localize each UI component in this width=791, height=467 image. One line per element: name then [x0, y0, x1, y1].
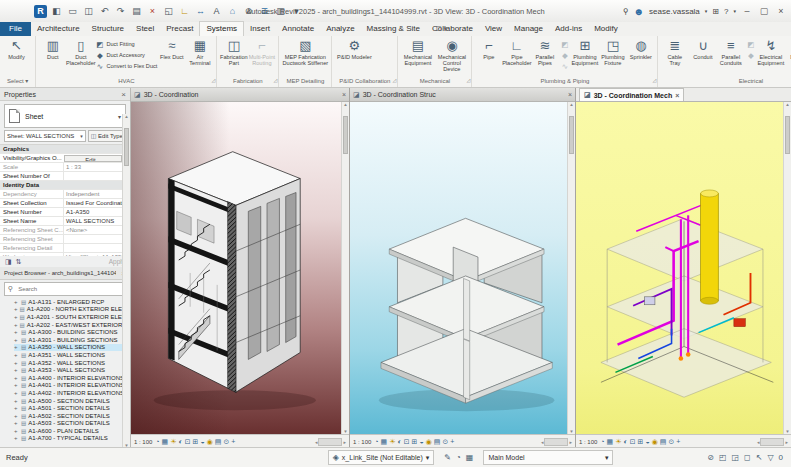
tool-mechanical-control-device[interactable]: ◉ Mechanical Control Device — [435, 38, 468, 72]
expand-icon[interactable]: + — [14, 344, 19, 350]
view-tab-coordination[interactable]: ◪ 3D - Coordination × — [131, 88, 349, 102]
tool-pipe-fitting[interactable]: ◩ — [559, 39, 570, 49]
tool-duct-fitting[interactable]: ◩ Duct Fitting — [95, 39, 157, 49]
close-button[interactable]: × — [775, 6, 787, 16]
sheet-tree-item[interactable]: + ▤ A1-A500 - SECTION DETAILS — [14, 397, 130, 405]
property-row[interactable]: Sheet Name WALL SECTIONS — [0, 217, 130, 226]
worksets-dialog-icon[interactable]: ◔ — [456, 453, 461, 462]
open-icon[interactable]: ▭ — [66, 5, 79, 18]
property-row[interactable]: Graphics — [0, 145, 130, 154]
tool-modify[interactable]: ↖ Modify — [3, 38, 30, 60]
expand-icon[interactable]: + — [14, 299, 19, 305]
view-tab-coordination-struc[interactable]: ◪ 3D - Coordination Struc × — [350, 88, 575, 102]
user-menu[interactable]: sease.vassala — [649, 7, 700, 16]
design-option-select[interactable]: Main Model ▾ — [483, 450, 613, 465]
tool-plumbing-equipment[interactable]: ⊞ Plumbing Equipment — [571, 38, 598, 66]
expand-icon[interactable]: + — [14, 413, 19, 419]
view-tile-coordination-struc[interactable]: ◪ 3D - Coordination Struc × — [350, 88, 575, 448]
ribbon-tab[interactable]: Structure — [86, 22, 130, 36]
expand-icon[interactable]: + — [14, 360, 19, 366]
tool-pipe-accessory[interactable]: ◆ — [559, 50, 570, 60]
tool-parallel-pipes[interactable]: ≋ Parallel Pipes — [531, 38, 558, 66]
sheet-tree-item[interactable]: + ▤ A1-A400 - INTERIOR ELEVATIONS — [14, 374, 130, 382]
constraints-icon[interactable]: + — [231, 436, 235, 448]
expand-icon[interactable]: + — [14, 306, 18, 312]
property-row[interactable]: Referencing Sheet — [0, 235, 130, 244]
visual-style-icon[interactable]: ◔ — [155, 436, 159, 448]
property-row[interactable]: Visibility/Graphics O... Edit... — [0, 154, 130, 163]
expand-icon[interactable]: + — [14, 398, 19, 404]
shadows-icon[interactable]: ◐ — [179, 436, 183, 448]
save-icon[interactable]: ◫ — [82, 5, 95, 18]
tool-mechanical-equipment[interactable]: ▤ Mechanical Equipment — [401, 38, 434, 66]
sheet-tree-item[interactable]: + ▤ A1-A402 - INTERIOR ELEVATIONS — [14, 389, 130, 397]
ribbon-tab[interactable]: Massing & Site — [361, 22, 426, 36]
scale-button[interactable]: 1 : 100 — [353, 439, 371, 445]
sun-path-icon[interactable]: ☀ — [389, 436, 395, 448]
shadows-icon[interactable]: ◐ — [398, 436, 402, 448]
ribbon-tab[interactable]: Systems — [199, 21, 244, 36]
expand-icon[interactable]: + — [14, 329, 19, 335]
search-icon[interactable]: ⚲ — [623, 7, 629, 16]
view-close-icon[interactable]: × — [342, 91, 346, 98]
sheet-tree-item[interactable]: + ▤ A1-A301 - BUILDING SECTIONS — [14, 336, 130, 344]
help-caret-icon[interactable]: ▾ — [733, 8, 736, 14]
default-3d-view-icon[interactable]: ⌂ — [226, 5, 239, 18]
aligned-dimension-icon[interactable]: ↔ — [194, 5, 207, 18]
sheet-tree-item[interactable]: + ▤ A1-A351 - WALL SECTIONS — [14, 351, 130, 359]
edit-type-button[interactable]: ◫ Edit Type — [88, 130, 126, 142]
expand-icon[interactable]: + — [14, 367, 19, 373]
sheet-tree-item[interactable]: + ▤ A1-A201 - SOUTH EXTERIOR ELEVATION — [14, 313, 130, 321]
tool-pipe-placeholder[interactable]: ∟ Pipe Placeholder — [503, 38, 530, 66]
expand-icon[interactable]: + — [14, 375, 19, 381]
scale-button[interactable]: 1 : 100 — [579, 439, 597, 445]
crop-view-icon[interactable]: ⊡ — [404, 436, 410, 448]
tool-duct[interactable]: ▥ Duct — [39, 38, 66, 60]
property-row[interactable]: Sheet Number A1-A350 — [0, 208, 130, 217]
temporary-hide-icon[interactable]: ◒ — [200, 436, 204, 448]
select-underlay-icon[interactable]: ◰ — [719, 453, 727, 462]
visual-style-icon[interactable]: ◔ — [374, 436, 378, 448]
temporary-hide-icon[interactable]: ◒ — [645, 436, 649, 448]
worksharing-display-icon[interactable]: ⊙ — [442, 436, 448, 448]
sheet-tree-item[interactable]: + ▤ A1-A503 - SECTION DETAILS — [14, 420, 130, 428]
viewport-canvas-coordination-struc[interactable]: ▲▼ — [350, 102, 575, 434]
expand-icon[interactable]: + — [14, 337, 19, 343]
shadows-icon[interactable]: ◐ — [624, 436, 628, 448]
tool-plumbing-fixture[interactable]: ◳ Plumbing Fixture — [599, 38, 626, 66]
select-links-icon[interactable]: ⊘ — [707, 453, 714, 462]
active-workset-select[interactable]: ◈ x_Link_Site (Not Editable) ▾ — [328, 450, 435, 465]
ribbon-tab[interactable]: Analyze — [320, 22, 360, 36]
switch-windows-icon[interactable]: ◧ — [50, 5, 63, 18]
property-row[interactable]: Dependency Independent — [0, 190, 130, 199]
undo-icon[interactable]: ↶ — [98, 5, 111, 18]
tool-convert-to-flex-duct[interactable]: ∿ Convert to Flex Duct — [95, 61, 157, 71]
sheet-tree-item[interactable]: + ▤ A1-A401 - INTERIOR ELEVATIONS — [14, 382, 130, 390]
expand-icon[interactable]: + — [14, 435, 19, 441]
sheet-tree-item[interactable]: + ▤ A1-A350 - WALL SECTIONS — [14, 344, 130, 352]
tool-pid-modeler[interactable]: ⚙ P&ID Modeler — [335, 38, 373, 60]
tool-mep-fabrication-ductwork-stiffener[interactable]: ▧ MEP Fabrication Ductwork Stiffener — [282, 38, 328, 66]
drag-on-selection-icon[interactable]: ↖ — [756, 453, 763, 462]
show-crop-icon[interactable]: ⊞ — [193, 436, 199, 448]
temporary-view-properties-icon[interactable]: ▤ — [660, 436, 667, 448]
tool-conduit-fitting[interactable]: ◆ — [745, 50, 756, 60]
ribbon-tab[interactable]: Insert — [244, 22, 276, 36]
crop-view-icon[interactable]: ⊡ — [185, 436, 191, 448]
temporary-view-properties-icon[interactable]: ▤ — [434, 436, 441, 448]
property-row[interactable]: Sheet Collection Issued For Coordination — [0, 199, 130, 208]
constraints-icon[interactable]: + — [676, 436, 680, 448]
sheet-tree-item[interactable]: + ▤ A1-A501 - SECTION DETAILS — [14, 404, 130, 412]
browser-scrollbar[interactable]: ▲▼ — [122, 267, 130, 448]
expand-icon[interactable]: + — [14, 322, 18, 328]
tool-device[interactable]: ◎ Device ▾ — [785, 38, 791, 65]
show-crop-icon[interactable]: ⊞ — [412, 436, 418, 448]
detail-level-icon[interactable]: ▦ — [162, 436, 169, 448]
ribbon-tab[interactable]: Steel — [130, 22, 160, 36]
ribbon-tab[interactable]: View — [479, 22, 508, 36]
tool-flex-duct[interactable]: ≈ Flex Duct — [158, 38, 185, 60]
view-tile-coordination[interactable]: ◪ 3D - Coordination × — [131, 88, 349, 448]
tool-conduit[interactable]: ∪ Conduit — [689, 38, 716, 60]
expand-icon[interactable]: + — [14, 382, 19, 388]
detail-level-icon[interactable]: ▦ — [381, 436, 388, 448]
